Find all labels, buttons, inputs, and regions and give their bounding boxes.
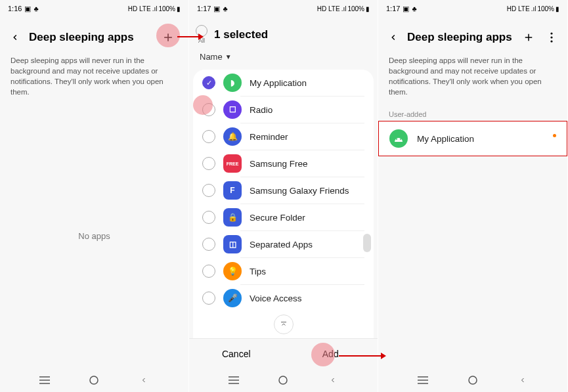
clock: 1:17 — [197, 5, 211, 12]
list-item[interactable]: FREESamsung Free — [193, 150, 374, 177]
net-label: HD LTE — [317, 5, 340, 12]
app-name: My Application — [417, 134, 548, 144]
app-name: Separated Apps — [250, 240, 367, 250]
app-name: Samsung Free — [250, 159, 367, 169]
svg-point-17 — [400, 139, 401, 140]
android-navbar — [378, 368, 567, 392]
scrollbar-thumb[interactable] — [363, 234, 371, 252]
battery-icon: ▮ — [366, 5, 370, 12]
add-app-button[interactable] — [157, 26, 179, 49]
section-header-user-added: User-added — [378, 104, 567, 121]
battery-icon: ▮ — [556, 5, 559, 12]
android-navbar — [0, 368, 188, 392]
svg-point-21 — [469, 376, 477, 384]
app-icon: 🔔 — [223, 127, 242, 146]
app-icon: ◗ — [223, 74, 242, 92]
battery-label: 100% — [158, 5, 175, 12]
checkbox-unchecked-icon[interactable] — [202, 130, 215, 143]
net-label: HD LTE — [507, 5, 530, 12]
notif-icon-2: ♣ — [33, 5, 38, 12]
select-all-circle-icon — [196, 25, 208, 37]
notif-icon-2: ♣ — [412, 5, 416, 12]
page-description: Deep sleeping apps will never run in the… — [378, 54, 567, 104]
app-icon: FREE — [223, 154, 242, 173]
nav-home[interactable] — [276, 374, 290, 387]
app-icon — [389, 129, 408, 148]
battery-icon: ▮ — [177, 5, 181, 12]
nav-back[interactable] — [326, 374, 339, 387]
checkbox-unchecked-icon[interactable] — [202, 238, 215, 251]
list-item[interactable]: 💡Tips — [193, 258, 374, 284]
screen-3-deep-sleeping-added: 1:17 ▣ ♣ HD LTE .ıl 100% ▮ Deep sleeping… — [378, 0, 567, 392]
new-indicator-dot-icon — [553, 134, 556, 137]
checkbox-unchecked-icon[interactable] — [202, 184, 215, 197]
list-item[interactable]: ◫Separated Apps — [193, 231, 374, 257]
status-bar: 1:17 ▣ ♣ HD LTE .ıl 100% ▮ — [189, 0, 378, 17]
page-description: Deep sleeping apps will never run in the… — [0, 54, 188, 104]
list-item[interactable]: My Application — [379, 121, 567, 156]
scroll-to-top-button[interactable] — [274, 315, 294, 334]
page-header: Deep sleeping apps — [378, 17, 567, 54]
clock: 1:17 — [386, 5, 400, 12]
add-app-button[interactable] — [520, 26, 537, 49]
checkbox-checked-icon[interactable]: ✓ — [202, 76, 215, 89]
more-options-button[interactable] — [545, 32, 558, 43]
cancel-button[interactable]: Cancel — [189, 339, 284, 368]
nav-back[interactable] — [516, 374, 529, 387]
sort-dropdown[interactable]: Name ▼ — [189, 48, 378, 67]
list-item[interactable]: ✓◗My Application — [193, 70, 374, 96]
signal-icon: .ıl — [152, 5, 158, 12]
checkbox-unchecked-icon[interactable] — [202, 211, 215, 224]
list-item[interactable]: ☐Radio — [193, 97, 374, 123]
back-button[interactable] — [387, 32, 399, 43]
select-all[interactable]: All — [196, 25, 208, 44]
spacer — [378, 156, 567, 368]
clock: 1:16 — [8, 5, 22, 12]
list-item[interactable]: 🔒Secure Folder — [193, 204, 374, 230]
notif-icon: ▣ — [213, 5, 220, 13]
app-name: My Application — [250, 78, 367, 88]
nav-back[interactable] — [137, 374, 150, 387]
empty-state: No apps — [0, 104, 188, 368]
svg-point-14 — [550, 36, 552, 38]
checkbox-unchecked-icon[interactable] — [202, 265, 215, 278]
nav-recents[interactable] — [38, 374, 51, 387]
screen-1-deep-sleeping-empty: 1:16 ▣ ♣ HD LTE .ıl 100% ▮ Deep sleeping… — [0, 0, 189, 392]
battery-label: 100% — [537, 5, 554, 12]
app-name: Voice Access — [250, 294, 367, 303]
list-item[interactable]: 🎤Voice Access — [193, 285, 374, 311]
android-navbar — [189, 368, 378, 392]
chevron-down-icon: ▼ — [225, 53, 232, 60]
nav-home[interactable] — [466, 374, 479, 387]
app-list: ✓◗My Application☐Radio🔔ReminderFREESamsu… — [193, 70, 374, 338]
app-icon: 🔒 — [223, 208, 242, 227]
add-button[interactable]: Add — [284, 339, 378, 368]
app-icon: ☐ — [223, 100, 242, 119]
svg-point-5 — [90, 376, 98, 384]
app-name: Reminder — [250, 132, 367, 142]
net-label: HD LTE — [128, 5, 151, 12]
svg-point-10 — [279, 376, 287, 384]
app-icon: F — [223, 181, 242, 200]
selection-count-title: 1 selected — [214, 28, 268, 41]
signal-icon: .ıl — [531, 5, 536, 12]
list-item[interactable]: FSamsung Galaxy Friends — [193, 177, 374, 204]
checkbox-unchecked-icon[interactable] — [202, 157, 215, 170]
page-title: Deep sleeping apps — [29, 31, 149, 44]
app-icon: 🎤 — [223, 289, 242, 307]
svg-point-15 — [550, 40, 552, 42]
nav-recents[interactable] — [227, 374, 240, 387]
notif-icon: ▣ — [24, 5, 31, 13]
checkbox-unchecked-icon[interactable] — [202, 292, 215, 305]
svg-point-13 — [550, 32, 552, 34]
checkbox-unchecked-icon[interactable] — [202, 103, 215, 116]
bottom-action-bar: Cancel Add — [189, 338, 378, 368]
status-bar: 1:16 ▣ ♣ HD LTE .ıl 100% ▮ — [0, 0, 188, 17]
nav-recents[interactable] — [416, 374, 429, 387]
page-title: Deep sleeping apps — [407, 31, 512, 44]
nav-home[interactable] — [87, 374, 100, 387]
list-item[interactable]: 🔔Reminder — [193, 123, 374, 150]
notif-icon-2: ♣ — [223, 5, 227, 12]
back-button[interactable] — [9, 32, 21, 43]
user-added-app-card: My Application — [378, 121, 567, 156]
